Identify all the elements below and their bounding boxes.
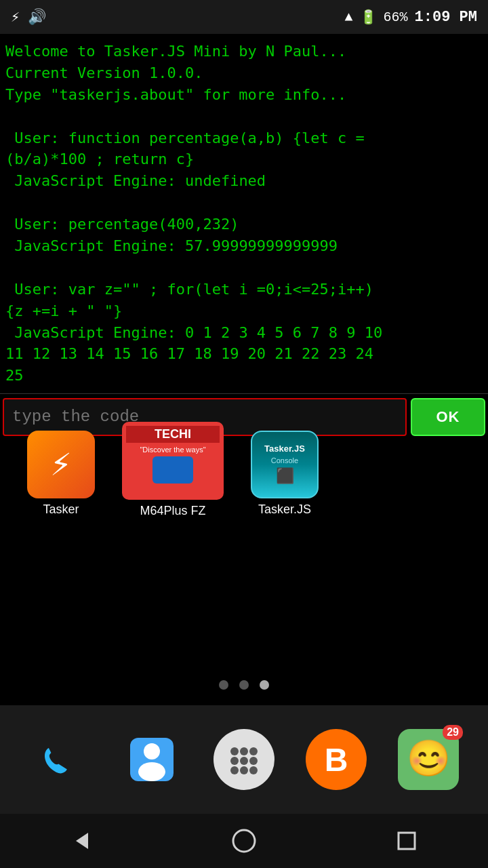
- svg-point-11: [230, 766, 239, 774]
- chat-emoji: 😊: [407, 738, 451, 781]
- taskerjs-card-sub: Console: [271, 456, 298, 465]
- terminal-output: Welcome to Tasker.JS Mini by N Paul... C…: [0, 34, 488, 393]
- phone-svg: [36, 736, 83, 783]
- apps-dock-icon[interactable]: [214, 729, 274, 790]
- home-black-area: [0, 529, 488, 678]
- tasker-app[interactable]: ⚡ Tasker: [27, 431, 95, 517]
- phone-dock-icon[interactable]: [29, 729, 90, 790]
- dock: B 😊 29: [0, 705, 488, 814]
- tasker-label: Tasker: [43, 502, 79, 517]
- m64-card-top-text: TECHI: [126, 426, 220, 443]
- svg-point-5: [230, 747, 239, 755]
- dot-2: [239, 680, 249, 690]
- dot-1: [219, 680, 228, 690]
- terminal-text: Welcome to Tasker.JS Mini by N Paul... C…: [5, 41, 483, 387]
- battery-percent: 66%: [384, 9, 408, 25]
- m64-card-sub-text: "Discover the ways": [140, 446, 205, 454]
- recents-button[interactable]: [386, 821, 427, 861]
- back-button[interactable]: [61, 821, 102, 861]
- svg-point-2: [144, 743, 160, 760]
- volume-icon: 🔊: [28, 8, 46, 26]
- svg-point-6: [240, 747, 248, 755]
- signal-icon: ▲: [345, 9, 353, 25]
- apps-svg: [217, 732, 271, 787]
- b-dock-icon[interactable]: B: [306, 729, 367, 790]
- contacts-dock-icon[interactable]: [121, 729, 182, 790]
- home-icon: [230, 827, 258, 854]
- battery-icon: 🔋: [360, 9, 377, 26]
- status-left-icons: ⚡ 🔊: [11, 8, 46, 26]
- taskerjs-card: Tasker.JS Console ⬛: [251, 431, 319, 498]
- m64plus-app[interactable]: TECHI "Discover the ways" M64Plus FZ: [122, 422, 224, 518]
- svg-point-7: [249, 747, 258, 755]
- app-icons-row: ⚡ Tasker TECHI "Discover the ways" M64Pl…: [0, 426, 488, 521]
- taskerjs-card-title: Tasker.JS: [264, 443, 305, 454]
- taskerjs-app[interactable]: Tasker.JS Console ⬛ Tasker.JS: [251, 431, 319, 517]
- svg-marker-14: [76, 833, 88, 849]
- svg-point-12: [240, 766, 248, 774]
- nav-bar: [0, 814, 488, 868]
- svg-point-3: [138, 762, 165, 781]
- flash-icon: ⚡: [11, 8, 20, 26]
- contacts-svg: [125, 732, 179, 787]
- tasker-icon: ⚡: [27, 431, 95, 498]
- back-icon: [68, 827, 95, 854]
- b-label: B: [325, 741, 348, 778]
- svg-point-9: [240, 757, 248, 765]
- time-display: 1:09 PM: [415, 9, 477, 26]
- recents-icon: [393, 827, 420, 854]
- home-button[interactable]: [224, 821, 264, 861]
- svg-point-13: [249, 766, 258, 774]
- svg-point-0: [36, 736, 83, 783]
- chat-dock-icon[interactable]: 😊 29: [398, 729, 459, 790]
- m64-label: M64Plus FZ: [140, 504, 205, 518]
- chat-badge: 29: [443, 725, 463, 740]
- svg-point-10: [249, 757, 258, 765]
- svg-point-15: [233, 830, 255, 852]
- page-dots: [0, 671, 488, 698]
- dot-3: [260, 680, 269, 690]
- m64-card: TECHI "Discover the ways": [122, 422, 224, 500]
- svg-rect-16: [399, 833, 415, 849]
- status-bar: ⚡ 🔊 ▲ 🔋 66% 1:09 PM: [0, 0, 488, 34]
- taskerjs-label: Tasker.JS: [258, 502, 311, 517]
- status-right-icons: ▲ 🔋 66% 1:09 PM: [345, 9, 477, 26]
- svg-point-8: [230, 757, 239, 765]
